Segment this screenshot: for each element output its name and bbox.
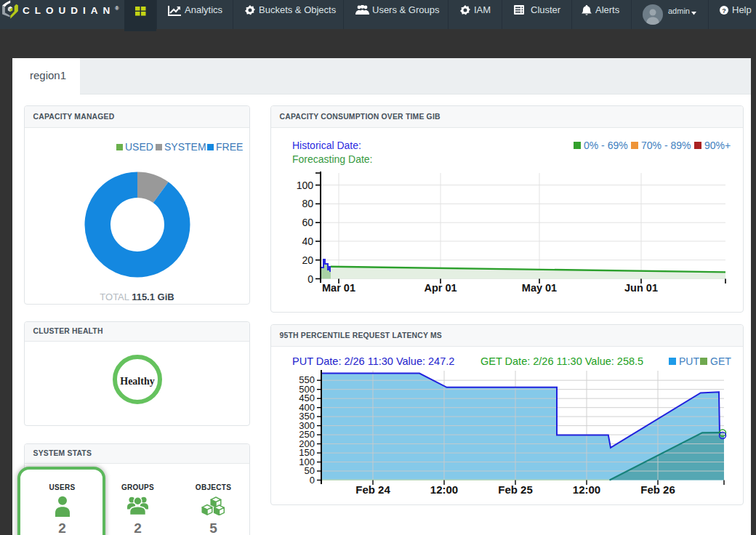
svg-text:Feb 26: Feb 26 [640, 483, 675, 496]
svg-text:GET Date: 2/26 11:30 Value: 25: GET Date: 2/26 11:30 Value: 258.5 [480, 355, 643, 367]
svg-text:0: 0 [307, 273, 313, 285]
svg-text:12:00: 12:00 [430, 483, 458, 496]
svg-text:100: 100 [297, 180, 314, 191]
svg-text:Forecasting Date:: Forecasting Date: [292, 153, 373, 165]
svg-text:Apr 01: Apr 01 [424, 282, 457, 294]
svg-text:Feb 25: Feb 25 [498, 483, 533, 496]
svg-text:80: 80 [302, 198, 313, 209]
svg-text:60: 60 [302, 217, 313, 228]
svg-text:20: 20 [302, 254, 313, 266]
svg-text:PUT Date: 2/26 11:30 Value: 24: PUT Date: 2/26 11:30 Value: 247.2 [292, 355, 454, 367]
svg-text:Historical Date:: Historical Date: [292, 140, 361, 151]
svg-text:?: ? [722, 7, 726, 15]
svg-text:Feb 24: Feb 24 [355, 483, 390, 496]
svg-text:May 01: May 01 [522, 282, 557, 294]
svg-text:12:00: 12:00 [573, 483, 600, 496]
svg-text:90%+: 90%+ [704, 140, 731, 151]
svg-text:0% - 69%: 0% - 69% [584, 140, 628, 151]
svg-text:PUT: PUT [679, 355, 699, 367]
svg-text:Jun 01: Jun 01 [624, 282, 658, 294]
svg-text:GET: GET [710, 355, 731, 367]
svg-text:0: 0 [310, 475, 315, 486]
svg-text:40: 40 [302, 236, 313, 247]
svg-text:70% - 89%: 70% - 89% [641, 140, 691, 151]
svg-text:Mar 01: Mar 01 [322, 282, 355, 294]
